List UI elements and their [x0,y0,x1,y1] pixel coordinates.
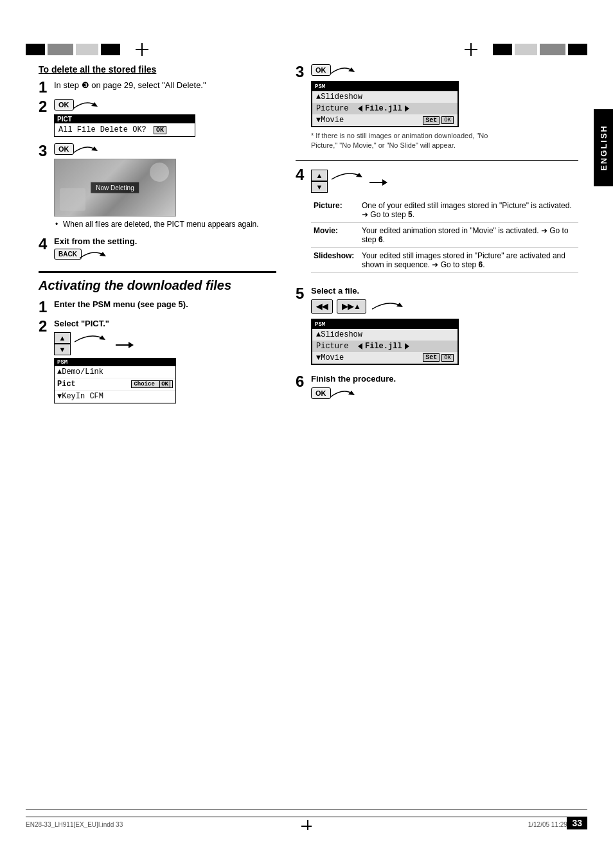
ok-button-right-step3[interactable]: OK [311,64,331,76]
down-button[interactable]: ▼ [54,344,71,355]
file-screen-header: PSM [312,82,458,91]
pict-screen-body: All File Delete OK? OK [55,123,195,136]
updown-arrow-row: ▲ ▼ [54,332,276,355]
step2-number: 2 [39,99,50,114]
nav-tri-right-icon[interactable] [405,105,409,112]
ok-arrow-step6 [330,384,359,403]
picture-movie-slideshow-table: Picture: One of your edited still images… [311,198,578,273]
right-step5-content: Select a file. ◀◀ ▶▶▲ [311,286,578,365]
back-button[interactable]: BACK [54,249,82,260]
psm-pict-choice: Choice OK [131,380,173,388]
left-step2: 2 OK [39,99,276,139]
bar-block-1 [26,44,45,55]
picture-label2: Picture [316,342,358,351]
ok-button-step2[interactable]: OK [54,99,74,111]
file-screen2-row1: ▲Slideshow [312,329,458,341]
svg-marker-5 [129,342,134,348]
up-button[interactable]: ▲ [54,332,71,344]
step3-number: 3 [39,143,50,159]
ok-button-step6[interactable]: OK [311,387,331,399]
file-screen2-row3: ▼Movie Set OK [312,352,458,364]
right-column: 3 OK PSM ▲Sl [296,64,578,407]
left-step4: 4 Exit from the setting. BACK [39,236,276,258]
main-content: To delete all the stored files 1 In step… [39,64,578,407]
file-screen-row1: ▲Slideshow [312,91,458,103]
act-step2-content: Select "PICT." ▲ ▼ [54,319,276,403]
psm-keyin-label: ▼KeyIn CFM [57,392,173,401]
back-arrow [80,245,109,265]
file-jll-text: File.jll [365,104,402,113]
nav-tri-left-icon[interactable] [358,105,362,112]
slideshow-desc: Your edited still images stored in "Pict… [359,247,578,272]
nav-prev-button[interactable]: ◀◀ [311,299,333,314]
nav-tri-right2-icon[interactable] [405,343,409,350]
right-arrow-icon [116,339,135,351]
bar-block-3 [76,44,98,55]
hr-divider-1 [296,160,578,161]
bottom-border [26,810,587,810]
step6-text: Finish the procedure. [311,374,396,384]
bar-block-2 [48,44,73,55]
slideshow-label: ▲Slideshow [316,93,362,102]
picture-desc: One of your edited still images stored i… [359,198,578,223]
ok-badge: OK [154,126,166,134]
now-deleting-image: Now Deleting [54,159,176,217]
page-number: 33 [567,817,587,829]
step1-number: 1 [39,80,50,95]
table-row-picture: Picture: One of your edited still images… [311,198,578,223]
right-step4-number: 4 [296,167,307,182]
footer-center [289,820,324,830]
activating-title: Activating the downloaded files [39,278,276,293]
updown-arrow [75,329,110,348]
nav-lr-buttons: ◀◀ ▶▶▲ [311,299,366,314]
svg-marker-1 [91,146,98,151]
nav-next-button[interactable]: ▶▶▲ [337,299,366,314]
bullet-text-step3: When all files are deleted, the PICT men… [54,219,276,230]
act-step1-content: Enter the PSM menu (see page 5). [54,299,276,309]
bar-block-6 [515,44,537,55]
right-step6: 6 Finish the procedure. OK [296,374,578,399]
right-updown-arrow [332,166,367,186]
svg-marker-2 [100,252,106,256]
ok-button-step3[interactable]: OK [54,143,74,155]
right-arrow2-icon [369,176,389,189]
bar-block-7 [540,44,565,55]
movie-desc: Your edited animation stored in "Movie" … [359,222,578,247]
right-down-button[interactable]: ▼ [311,181,328,193]
act-step1: 1 Enter the PSM menu (see page 5). [39,299,276,315]
psm-row-keyin: ▼KeyIn CFM [55,391,175,403]
activating-section: Activating the downloaded files 1 Enter … [39,271,276,403]
footer-crosshair [301,820,312,830]
right-step5-number: 5 [296,286,307,301]
movie-label2: ▼Movie [316,353,344,362]
step2-content: OK PICT All File Delete OK? [54,99,276,139]
page-footer: EN28-33_LH911[EX_EU]I.indd 33 1/12/05 11… [26,817,587,828]
slideshow-label2: ▲Slideshow [316,330,362,339]
right-step3-content: OK PSM ▲Slideshow [311,64,578,154]
file-screen-row2: Picture File.jll [312,103,458,114]
step4-text: Exit from the setting. [54,236,137,246]
right-step3: 3 OK PSM ▲Sl [296,64,578,154]
english-tab: ENGLISH [594,109,613,186]
ok-arrow-step3 [73,140,102,159]
two-column-layout: To delete all the stored files 1 In step… [39,64,578,407]
psm-row-pict[interactable]: Pict Choice OK [55,378,175,391]
page-number-container: 33 [567,818,587,828]
english-label: ENGLISH [599,125,609,171]
step4-number: 4 [39,236,50,252]
nav-tri-left2-icon[interactable] [358,343,362,350]
psm-demo-link: ▲Demo/Link [57,368,173,376]
right-up-button[interactable]: ▲ [311,170,328,181]
pict-screen-step2: PICT All File Delete OK? OK [54,114,195,137]
right-step6-number: 6 [296,374,307,389]
set-button[interactable]: Set [423,116,440,125]
top-bar-left [26,43,161,56]
left-step1: 1 In step ❸ on page 29, select "All Dele… [39,80,276,95]
all-file-delete-text: All File Delete OK? [58,125,147,134]
svg-marker-6 [348,67,355,72]
right-step6-content: Finish the procedure. OK [311,374,578,399]
bar-block-4 [101,44,120,55]
act-step1-text: Enter the PSM menu (see page 5). [54,299,188,309]
top-bar [26,40,587,59]
set-button2[interactable]: Set [423,353,440,362]
